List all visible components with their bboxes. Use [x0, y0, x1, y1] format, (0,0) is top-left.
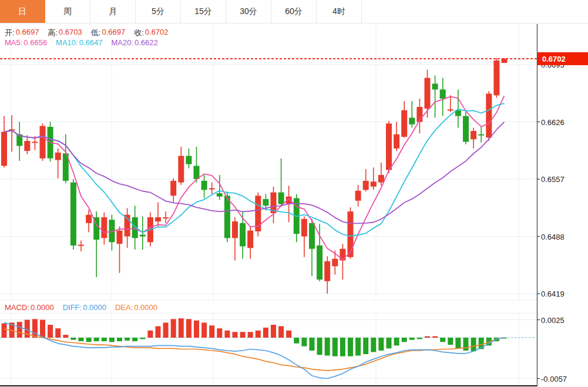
candle-body: [170, 181, 176, 196]
macd-bar: [209, 325, 214, 338]
macd-bar: [217, 328, 222, 338]
candle-body: [117, 231, 123, 244]
candle-body: [394, 134, 399, 149]
macd-bar: [301, 338, 307, 346]
macd-bar: [55, 328, 61, 338]
candle-body: [301, 219, 307, 237]
macd-bar: [355, 338, 361, 356]
value: 0.6656: [23, 38, 47, 47]
trading-chart-app: 日周月5分15分30分60分4时 开:0.6697高:0.6703低:0.669…: [0, 0, 588, 387]
candle-body: [263, 199, 268, 206]
candle-body: [471, 131, 476, 139]
price-tick-label: 0.6626: [541, 117, 565, 126]
value: 0.0000: [31, 303, 54, 312]
macd-bar: [32, 319, 38, 338]
ma10-line: [4, 103, 505, 236]
macd-bar: [147, 331, 153, 338]
label: 开:: [5, 28, 15, 38]
candle-body: [201, 181, 207, 190]
macd-bar: [317, 338, 322, 355]
macd-bar: [79, 338, 84, 341]
ohlc-close: 收:0.6702: [134, 28, 168, 38]
candle-body: [101, 217, 107, 238]
macd-dea: DEA:0.0000: [115, 303, 157, 312]
macd-bar: [371, 338, 376, 352]
macd-bar: [248, 332, 253, 338]
macd-bar: [455, 338, 461, 348]
macd-bar: [348, 338, 353, 356]
macd-bar: [363, 338, 368, 354]
label: MA20:: [111, 38, 133, 47]
candle-body: [409, 117, 415, 124]
candle-body: [86, 215, 92, 223]
candle-body: [194, 166, 200, 179]
candle-body: [317, 245, 322, 280]
candle-body: [140, 235, 146, 237]
macd-tick-label: 0.0025: [541, 315, 565, 324]
macd-bar: [109, 338, 115, 342]
candle-body: [232, 221, 238, 238]
macd-info-row: MACD:0.0000DIFF:0.0000DEA:0.0000: [5, 303, 157, 312]
macd-bar: [278, 326, 284, 338]
candle-body: [40, 126, 46, 159]
price-tick-label: 0.6557: [541, 175, 565, 184]
label: DEA:: [115, 303, 133, 312]
candle-body: [155, 217, 161, 221]
candle-body: [32, 142, 38, 143]
ma-ma5: MA5:0.6656: [5, 38, 47, 47]
candle-body: [78, 245, 84, 246]
candle-body: [324, 261, 330, 281]
macd-bar: [94, 338, 99, 341]
main-chart-canvas[interactable]: [0, 0, 588, 387]
candle-body: [371, 181, 377, 186]
candle-body: [363, 181, 369, 190]
candle-body: [386, 123, 392, 170]
last-price-label: 0.6702: [537, 52, 588, 65]
candle-body: [332, 259, 338, 267]
ma-ma20: MA20:0.6622: [111, 38, 157, 47]
macd-bar: [286, 331, 291, 338]
macd-bar: [463, 338, 469, 351]
candle-body: [502, 59, 508, 63]
candle-body: [378, 175, 384, 183]
macd-bar: [271, 325, 276, 338]
value: 0.6622: [135, 38, 158, 47]
label: DIFF:: [63, 303, 82, 312]
macd-bar: [409, 338, 415, 340]
macd-bar: [310, 338, 315, 351]
label: MACD:: [5, 303, 29, 312]
macd-bar: [70, 338, 76, 340]
macd-bar: [417, 338, 422, 339]
macd-bar: [402, 338, 407, 342]
macd-bar: [40, 320, 45, 338]
diff-line: [4, 322, 505, 378]
candle-body: [355, 191, 361, 201]
macd-bar: [125, 338, 130, 341]
macd-bar: [263, 328, 268, 338]
macd-bar: [132, 338, 137, 341]
candle-body: [247, 231, 253, 248]
macd-bar: [86, 338, 92, 342]
label: 低:: [91, 28, 101, 38]
candle-body: [463, 116, 469, 142]
candle-body: [486, 93, 492, 137]
macd-bar: [156, 326, 161, 338]
macd-bar: [387, 338, 392, 348]
price-tick-label: 0.6488: [541, 232, 565, 241]
candle-body: [240, 223, 246, 247]
candle-body: [278, 193, 284, 204]
candle-body: [401, 110, 407, 137]
value: 0.6697: [102, 28, 125, 38]
ohlc-info-row: 开:0.6697高:0.6703低:0.6697收:0.6702: [5, 28, 169, 38]
macd-bar: [332, 338, 338, 356]
value: 0.0000: [83, 303, 106, 312]
macd-bar: [448, 338, 453, 345]
candle-body: [217, 193, 223, 197]
ma-info-row: MA5:0.6656MA10:0.6647MA20:0.6622: [5, 38, 158, 47]
value: 0.6702: [145, 28, 169, 38]
macd-bar: [17, 322, 22, 338]
candle-body: [448, 109, 453, 110]
candle-body: [432, 84, 438, 90]
macd-bar: [63, 335, 68, 338]
macd-bar: [325, 338, 330, 356]
